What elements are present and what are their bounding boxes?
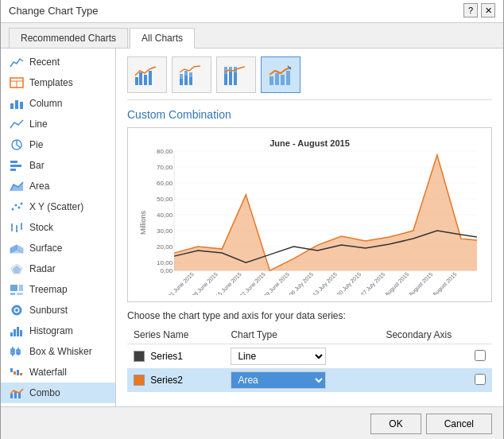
cancel-button[interactable]: Cancel: [426, 414, 492, 434]
chart-type-icon-3[interactable]: [216, 56, 256, 93]
svg-text:01 June 2015: 01 June 2015: [167, 271, 195, 295]
tab-all-charts[interactable]: All Charts: [130, 28, 195, 49]
sidebar-item-sunburst[interactable]: Sunburst: [1, 300, 115, 321]
histogram-icon: [9, 324, 25, 337]
svg-rect-66: [229, 72, 232, 85]
sidebar-label-radar: Radar: [29, 263, 56, 274]
svg-point-15: [18, 207, 21, 209]
sunburst-icon: [9, 304, 25, 317]
svg-rect-48: [14, 371, 16, 375]
svg-text:08 June 2015: 08 June 2015: [191, 271, 219, 295]
sidebar-item-combo[interactable]: Combo: [1, 383, 115, 403]
series2-secondary-checkbox[interactable]: [475, 374, 486, 385]
chart-icons-row: [127, 56, 492, 100]
col-secondary-axis: Secondary Axis: [379, 326, 492, 344]
series2-charttype-select[interactable]: Line Area Column Bar: [231, 371, 326, 389]
svg-text:60,00: 60,00: [157, 180, 173, 187]
series1-color-box: [134, 351, 145, 362]
close-button[interactable]: ✕: [481, 3, 495, 17]
line-icon: [9, 118, 25, 130]
sidebar-item-surface[interactable]: Surface: [1, 238, 115, 258]
sidebar-item-area[interactable]: Area: [1, 176, 115, 196]
stock-icon: [9, 221, 25, 234]
svg-rect-50: [20, 373, 22, 375]
sidebar-item-templates[interactable]: Templates: [1, 72, 115, 93]
svg-rect-73: [286, 71, 290, 85]
sidebar-label-line: Line: [29, 118, 48, 130]
series2-charttype-cell: Line Area Column Bar: [224, 368, 379, 392]
svg-rect-61: [184, 71, 188, 76]
dialog-title: Change Chart Type: [9, 5, 99, 17]
footer: OK Cancel: [1, 406, 503, 439]
svg-rect-62: [189, 77, 192, 85]
chart-type-icon-1[interactable]: [127, 56, 167, 93]
sidebar-item-line[interactable]: Line: [1, 114, 115, 134]
svg-rect-9: [10, 161, 17, 163]
svg-text:13 July 2015: 13 July 2015: [312, 271, 339, 295]
sidebar-item-bar[interactable]: Bar: [1, 155, 115, 176]
tab-recommended[interactable]: Recommended Charts: [9, 28, 128, 48]
sidebar-label-surface: Surface: [29, 243, 62, 254]
svg-text:20 July 2015: 20 July 2015: [335, 271, 362, 295]
svg-text:27 July 2015: 27 July 2015: [359, 271, 386, 295]
chart-type-icon-4[interactable]: [261, 56, 300, 93]
svg-rect-37: [10, 332, 13, 336]
sidebar-label-treemap: Treemap: [29, 284, 68, 295]
sidebar-label-bar: Bar: [29, 160, 45, 171]
sidebar-label-column: Column: [29, 98, 62, 109]
svg-rect-70: [269, 76, 273, 85]
svg-rect-58: [180, 79, 183, 85]
svg-text:30,00: 30,00: [157, 227, 173, 235]
sidebar-label-box: Box & Whisker: [29, 346, 92, 357]
box-icon: [9, 345, 25, 358]
sidebar-label-waterfall: Waterfall: [29, 367, 67, 378]
svg-rect-31: [10, 285, 17, 291]
sidebar-item-recent[interactable]: Recent: [1, 52, 115, 72]
series-label: Choose the chart type and axis for your …: [127, 310, 492, 321]
svg-point-13: [12, 208, 14, 211]
sidebar-label-sunburst: Sunburst: [29, 305, 68, 316]
sidebar-item-treemap[interactable]: Treemap: [1, 279, 115, 300]
chart-type-icon-2[interactable]: [172, 56, 211, 93]
sidebar-label-scatter: X Y (Scatter): [29, 201, 83, 212]
content-area: Recent Templates: [1, 49, 503, 406]
sidebar: Recent Templates: [1, 49, 116, 406]
waterfall-icon: [9, 366, 25, 379]
help-button[interactable]: ?: [463, 3, 478, 17]
ok-button[interactable]: OK: [370, 414, 421, 434]
tabs-row: Recommended Charts All Charts: [1, 23, 503, 49]
svg-point-14: [15, 204, 17, 207]
chart-preview: June - August 2015 Millions: [127, 127, 492, 302]
sidebar-item-pie[interactable]: Pie: [1, 134, 115, 155]
svg-point-36: [15, 309, 18, 312]
sidebar-item-radar[interactable]: Radar: [1, 258, 115, 279]
svg-point-16: [21, 203, 23, 205]
col-chart-type: Chart Type: [224, 326, 379, 344]
sidebar-item-histogram[interactable]: Histogram: [1, 321, 115, 341]
svg-text:50,00: 50,00: [157, 196, 173, 203]
series1-secondary-checkbox[interactable]: [475, 350, 486, 361]
svg-rect-55: [139, 72, 142, 85]
svg-line-8: [17, 145, 21, 148]
sidebar-item-column[interactable]: Column: [1, 93, 115, 114]
svg-text:80,00: 80,00: [157, 148, 173, 155]
svg-rect-10: [10, 165, 21, 167]
svg-rect-59: [180, 74, 183, 79]
svg-rect-56: [144, 75, 147, 85]
sidebar-item-scatter[interactable]: X Y (Scatter): [1, 196, 115, 217]
sidebar-item-box[interactable]: Box & Whisker: [1, 341, 115, 362]
pie-icon: [9, 138, 25, 151]
sidebar-item-waterfall[interactable]: Waterfall: [1, 362, 115, 383]
sidebar-label-recent: Recent: [29, 56, 60, 68]
sidebar-item-stock[interactable]: Stock: [1, 217, 115, 238]
svg-rect-34: [17, 293, 23, 295]
svg-rect-57: [149, 71, 152, 85]
series1-name-cell: Series1: [127, 344, 224, 369]
series1-charttype-select[interactable]: Line Area Column Bar: [231, 348, 326, 365]
svg-rect-11: [10, 169, 16, 171]
svg-rect-63: [189, 72, 192, 77]
svg-rect-39: [17, 327, 19, 336]
section-title: Custom Combination: [127, 108, 492, 121]
title-bar: Change Chart Type ? ✕: [1, 0, 503, 23]
svg-rect-33: [10, 293, 15, 295]
